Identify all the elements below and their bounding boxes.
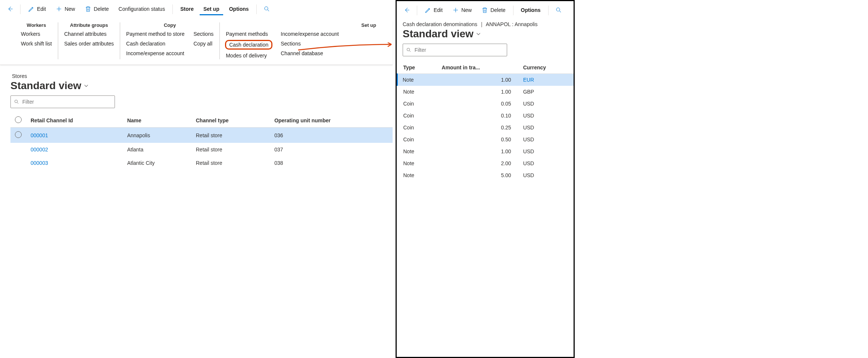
options-label: Options — [521, 7, 541, 13]
cell-operating-unit: 037 — [270, 143, 393, 156]
col-retail-channel-id[interactable]: Retail Channel Id — [26, 113, 123, 128]
cell-currency[interactable]: USD — [517, 134, 574, 145]
filter-box[interactable] — [403, 44, 507, 56]
col-amount[interactable]: Amount in tra... — [436, 62, 517, 74]
edit-button[interactable]: Edit — [24, 3, 50, 16]
search-icon — [406, 47, 412, 53]
plus-icon — [56, 6, 62, 12]
col-name[interactable]: Name — [123, 113, 191, 128]
cell-currency[interactable]: EUR — [517, 74, 574, 86]
ribbon-link-copy-cash-declaration[interactable]: Cash declaration — [125, 40, 185, 47]
cell-amount: 0.05 — [436, 98, 517, 110]
new-button[interactable]: New — [449, 4, 475, 17]
ribbon-link-modes-of-delivery[interactable]: Modes of delivery — [225, 52, 272, 59]
cell-currency[interactable]: USD — [517, 98, 574, 110]
table-row[interactable]: Coin0.50USD — [397, 134, 574, 145]
trash-icon — [85, 6, 91, 12]
edit-button[interactable]: Edit — [421, 4, 446, 17]
row-radio[interactable] — [15, 131, 22, 138]
tab-store[interactable]: Store — [177, 4, 197, 15]
svg-point-3 — [407, 48, 409, 51]
search-button[interactable] — [260, 3, 273, 16]
filter-box[interactable] — [10, 95, 115, 108]
table-row[interactable]: Coin0.25USD — [397, 122, 574, 134]
tab-set-up[interactable]: Set up — [200, 4, 223, 15]
table-row[interactable]: Coin0.10USD — [397, 110, 574, 122]
cell-type: Coin — [397, 122, 436, 134]
cell-amount: 0.10 — [436, 110, 517, 122]
breadcrumb-context: ANNAPOL : Annapolis — [486, 21, 538, 27]
col-channel-type[interactable]: Channel type — [191, 113, 270, 128]
table-row[interactable]: Note1.00GBP — [397, 86, 574, 98]
cell-currency[interactable]: USD — [517, 157, 574, 169]
table-row[interactable]: 000003Atlantic CityRetail store038 — [10, 156, 393, 170]
cell-currency[interactable]: GBP — [517, 86, 574, 98]
divider — [417, 6, 417, 15]
ribbon-link-payment-methods[interactable]: Payment methods — [225, 30, 272, 38]
search-button[interactable] — [552, 4, 565, 17]
delete-button[interactable]: Delete — [81, 3, 112, 16]
set-up-label: Set up — [203, 6, 219, 12]
new-button[interactable]: New — [52, 3, 79, 16]
cell-retail-channel-id[interactable]: 000002 — [26, 143, 123, 156]
cell-type: Note — [397, 157, 436, 169]
cell-currency[interactable]: USD — [517, 145, 574, 157]
view-selector[interactable]: Standard view — [10, 80, 90, 92]
col-operating-unit[interactable]: Operating unit number — [270, 113, 393, 128]
cell-currency[interactable]: USD — [517, 110, 574, 122]
col-currency[interactable]: Currency — [517, 62, 574, 74]
cell-type: Note — [397, 145, 436, 157]
config-status-button[interactable]: Configuration status — [115, 4, 169, 15]
view-name: Standard view — [10, 80, 81, 92]
store-label: Store — [180, 6, 194, 12]
ribbon-group-copy: Copy Payment method to store Cash declar… — [120, 22, 219, 59]
col-type[interactable]: Type — [397, 62, 436, 74]
search-icon — [555, 7, 562, 13]
cell-currency[interactable]: USD — [517, 169, 574, 181]
arrow-left-icon — [403, 7, 410, 13]
ribbon-link-sections[interactable]: Sections — [280, 40, 340, 47]
ribbon-link-cash-declaration[interactable]: Cash declaration — [225, 40, 272, 50]
stores-grid: Retail Channel Id Name Channel type Oper… — [10, 113, 393, 170]
cell-name: Annapolis — [123, 128, 191, 143]
ribbon-link-work-shift-list[interactable]: Work shift list — [20, 40, 53, 47]
ribbon-link-copy-income-expense[interactable]: Income/expense account — [125, 50, 185, 57]
ribbon-link-copy-payment-method[interactable]: Payment method to store — [125, 30, 185, 38]
cell-amount: 1.00 — [436, 145, 517, 157]
ribbon-link-income-expense[interactable]: Income/expense account — [280, 30, 340, 38]
tab-options[interactable]: Options — [517, 5, 544, 16]
table-row[interactable]: Note2.00USD — [397, 157, 574, 169]
ribbon-link-channel-attributes[interactable]: Channel attributes — [63, 30, 115, 38]
cell-type: Note — [397, 169, 436, 181]
delete-button[interactable]: Delete — [478, 4, 509, 17]
cell-type: Coin — [397, 110, 436, 122]
cell-retail-channel-id[interactable]: 000003 — [26, 156, 123, 170]
ribbon-link-channel-database[interactable]: Channel database — [280, 50, 340, 57]
table-row[interactable]: Note1.00EUR — [397, 74, 574, 86]
tab-options[interactable]: Options — [225, 4, 253, 15]
back-button[interactable] — [4, 3, 16, 16]
ribbon-head-set-up: Set up — [225, 22, 384, 30]
ribbon-head-attribute-groups: Attribute groups — [63, 22, 115, 30]
filter-input[interactable] — [414, 47, 504, 53]
table-row[interactable]: Coin0.05USD — [397, 98, 574, 110]
options-label: Options — [229, 6, 249, 12]
cell-channel-type: Retail store — [191, 128, 270, 143]
select-all-radio[interactable] — [15, 116, 22, 123]
ribbon-link-sales-order-attributes[interactable]: Sales order attributes — [63, 40, 115, 47]
table-row[interactable]: 000001AnnapolisRetail store036 — [10, 128, 393, 143]
plus-icon — [452, 7, 459, 13]
filter-input[interactable] — [22, 98, 112, 105]
cell-currency[interactable]: USD — [517, 122, 574, 134]
table-row[interactable]: 000002AtlantaRetail store037 — [10, 143, 393, 156]
cell-retail-channel-id[interactable]: 000001 — [26, 128, 123, 143]
back-button[interactable] — [400, 4, 413, 17]
table-row[interactable]: Note5.00USD — [397, 169, 574, 181]
ribbon-link-workers[interactable]: Workers — [20, 30, 53, 38]
view-selector[interactable]: Standard view — [403, 28, 574, 40]
table-row[interactable]: Note1.00USD — [397, 145, 574, 157]
ribbon-link-copy-sections[interactable]: Sections — [193, 30, 214, 38]
divider — [256, 4, 257, 14]
pencil-icon — [425, 7, 431, 13]
ribbon-link-copy-all[interactable]: Copy all — [193, 40, 214, 47]
